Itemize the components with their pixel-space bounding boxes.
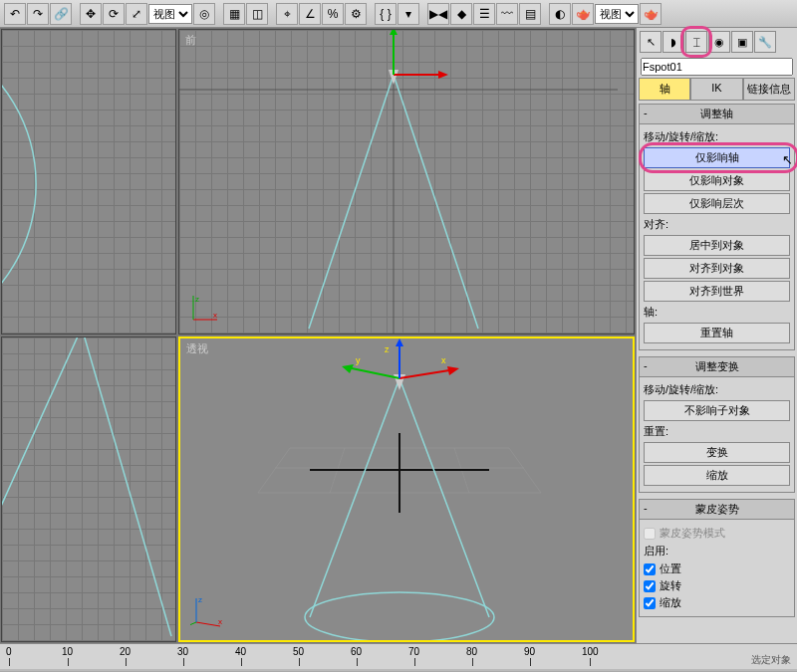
group-label: 重置: (644, 423, 790, 440)
mirror-button[interactable]: ▶◀ (427, 3, 449, 25)
main-toolbar: ↶ ↷ 🔗 ✥ ⟳ ⤢ 视图 ◎ ▦ ◫ ⌖ ∠ % ⚙ { } ▾ ▶◀ ◆ … (0, 0, 797, 28)
svg-text:z: z (385, 344, 390, 354)
align-button[interactable]: ◆ (450, 3, 472, 25)
snap-toggle[interactable]: ⌖ (276, 3, 298, 25)
adjust-transform-rollout: -调整变换 移动/旋转/缩放: 不影响子对象 重置: 变换 缩放 (639, 356, 795, 493)
viewport-geometry (2, 30, 175, 334)
svg-line-32 (196, 622, 220, 626)
affect-pivot-only-button[interactable]: 仅影响轴 ↖ (644, 147, 790, 168)
undo-button[interactable]: ↶ (4, 3, 26, 25)
linkinfo-subtab[interactable]: 链接信息 (743, 78, 795, 101)
svg-text:z: z (195, 295, 199, 304)
rotate-tool[interactable]: ⟳ (103, 3, 125, 25)
viewport-bottom-left[interactable] (1, 336, 176, 642)
layer-button[interactable]: ☰ (473, 3, 495, 25)
window-crossing-button[interactable]: ◫ (246, 3, 268, 25)
affect-hierarchy-only-button[interactable]: 仅影响层次 (644, 193, 790, 214)
viewport-geometry (179, 30, 634, 334)
svg-marker-6 (390, 30, 398, 35)
hierarchy-subtabs: 轴 IK 链接信息 (639, 78, 795, 101)
viewport-top-left[interactable] (1, 29, 176, 335)
status-bar (0, 669, 797, 671)
align-to-world-button[interactable]: 对齐到世界 (644, 281, 790, 302)
selection-lock[interactable]: ▾ (398, 3, 419, 25)
cursor-icon: ↖ (782, 152, 793, 167)
viewport-grid: 前 x z 透视 (0, 28, 636, 643)
rollout-header[interactable]: -调整变换 (640, 357, 794, 377)
hierarchy-tab[interactable]: ⌶ (685, 31, 707, 53)
centerpivot-button[interactable]: ◎ (193, 3, 215, 25)
align-to-object-button[interactable]: 对齐到对象 (644, 258, 790, 279)
viewport-label: 透视 (186, 341, 208, 356)
no-affect-children-button[interactable]: 不影响子对象 (644, 400, 790, 421)
group-label: 启用: (644, 543, 790, 560)
spinner-snap[interactable]: ⚙ (345, 3, 367, 25)
move-tool[interactable]: ✥ (80, 3, 102, 25)
svg-marker-24 (447, 366, 459, 375)
rollout-header[interactable]: -蒙皮姿势 (640, 500, 794, 520)
skin-pose-mode-checkbox[interactable]: 蒙皮姿势模式 (644, 526, 790, 541)
svg-line-23 (399, 370, 449, 378)
time-ruler[interactable]: 0 10 20 30 40 50 60 70 80 90 100 选定对象 (0, 643, 797, 669)
scale-tool[interactable]: ⤢ (126, 3, 147, 25)
svg-point-21 (305, 592, 494, 640)
main-area: 前 x z 透视 (0, 28, 797, 643)
skin-pose-rollout: -蒙皮姿势 蒙皮姿势模式 启用: 位置 旋转 缩放 (639, 499, 795, 617)
reset-pivot-button[interactable]: 重置轴 (644, 323, 790, 343)
redo-button[interactable]: ↷ (27, 3, 49, 25)
viewport-geometry: z y x (180, 338, 633, 640)
command-panel: ↖ ◗ ⌶ ◉ ▣ 🔧 轴 IK 链接信息 -调整轴 移动/旋转/缩放: 仅影响… (636, 28, 797, 643)
svg-line-14 (258, 448, 290, 493)
viewport-label: 前 (185, 33, 196, 48)
viewport-geometry (2, 337, 175, 641)
svg-text:x: x (213, 311, 217, 320)
schematic-button[interactable]: ▤ (519, 3, 541, 25)
svg-line-18 (509, 448, 541, 493)
named-selections[interactable]: { } (375, 3, 397, 25)
group-label: 轴: (644, 304, 790, 321)
command-panel-tabs: ↖ ◗ ⌶ ◉ ▣ 🔧 (637, 28, 797, 56)
adjust-pivot-rollout: -调整轴 移动/旋转/缩放: 仅影响轴 ↖ 仅影响对象 仅影响层次 对齐: 居中… (639, 104, 795, 350)
percent-snap[interactable]: % (322, 3, 344, 25)
group-label: 移动/旋转/缩放: (644, 381, 790, 398)
ik-subtab[interactable]: IK (690, 78, 742, 101)
rotation-checkbox[interactable]: 旋转 (644, 578, 790, 593)
position-checkbox[interactable]: 位置 (644, 561, 790, 576)
reset-transform-button[interactable]: 变换 (644, 442, 790, 463)
pivot-subtab[interactable]: 轴 (639, 78, 690, 101)
motion-tab[interactable]: ◉ (708, 31, 730, 53)
axis-indicator-icon: x z (190, 594, 226, 630)
viewport-perspective[interactable]: 透视 (178, 336, 635, 642)
display-tab[interactable]: ▣ (731, 31, 753, 53)
svg-text:x: x (441, 355, 446, 365)
svg-line-36 (190, 622, 196, 628)
axis-indicator-icon: x z (189, 294, 219, 324)
center-to-object-button[interactable]: 居中到对象 (644, 235, 790, 256)
render-setup-button[interactable]: 🫖 (572, 3, 594, 25)
group-label: 对齐: (644, 216, 790, 233)
render-preset-select[interactable]: 视图 (595, 4, 639, 24)
utility-tab[interactable]: 🔧 (754, 31, 776, 53)
viewport-front[interactable]: 前 x z (178, 29, 635, 335)
material-editor-button[interactable]: ◐ (549, 3, 571, 25)
selection-filter-button[interactable]: ▦ (223, 3, 245, 25)
group-label: 移动/旋转/缩放: (644, 128, 790, 145)
svg-marker-28 (396, 338, 403, 346)
link-button[interactable]: 🔗 (50, 3, 72, 25)
angle-snap[interactable]: ∠ (299, 3, 321, 25)
render-button[interactable]: 🫖 (640, 3, 662, 25)
svg-text:x: x (218, 617, 222, 626)
scale-checkbox[interactable]: 缩放 (644, 595, 790, 610)
create-tab[interactable]: ↖ (640, 31, 662, 53)
object-name-input[interactable] (641, 58, 793, 76)
curve-editor-button[interactable]: 〰 (496, 3, 518, 25)
rollout-header[interactable]: -调整轴 (640, 105, 794, 124)
svg-marker-4 (438, 71, 448, 79)
reset-scale-button[interactable]: 缩放 (644, 465, 790, 486)
affect-object-only-button[interactable]: 仅影响对象 (644, 170, 790, 191)
status-text: 选定对象 (751, 653, 791, 667)
svg-text:y: y (356, 355, 361, 365)
svg-text:z: z (198, 595, 202, 604)
modify-tab[interactable]: ◗ (663, 31, 684, 53)
coordsys-select[interactable]: 视图 (148, 4, 192, 24)
